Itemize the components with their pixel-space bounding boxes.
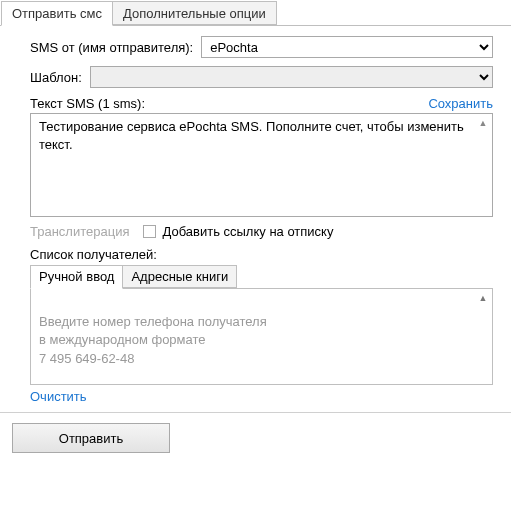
template-row: Шаблон: — [30, 66, 493, 88]
template-select[interactable] — [90, 66, 493, 88]
save-link[interactable]: Сохранить — [428, 96, 493, 111]
transliteration-link: Транслитерация — [30, 224, 129, 239]
recipients-input[interactable]: Введите номер телефона получателя в межд… — [30, 289, 493, 385]
tab-send-sms[interactable]: Отправить смс — [1, 1, 113, 26]
tab-additional-options[interactable]: Дополнительные опции — [112, 1, 277, 25]
unsubscribe-label: Добавить ссылку на отписку — [162, 224, 333, 239]
sender-label: SMS от (имя отправителя): — [30, 40, 193, 55]
sender-row: SMS от (имя отправителя): ePochta — [30, 36, 493, 58]
scroll-up-icon: ▲ — [476, 291, 490, 305]
main-tabstrip: Отправить смс Дополнительные опции — [0, 0, 511, 26]
clear-link[interactable]: Очистить — [30, 389, 87, 404]
tab-manual-input[interactable]: Ручной ввод — [30, 265, 123, 289]
sms-textarea[interactable] — [30, 113, 493, 217]
translit-row: Транслитерация Добавить ссылку на отписк… — [30, 224, 493, 239]
template-label: Шаблон: — [30, 70, 82, 85]
recipients-tabstrip: Ручной ввод Адресные книги — [30, 265, 493, 289]
send-button[interactable]: Отправить — [12, 423, 170, 453]
sms-text-label: Текст SMS (1 sms): — [30, 96, 145, 111]
unsubscribe-checkbox[interactable] — [143, 225, 156, 238]
recipients-label: Список получателей: — [30, 247, 493, 262]
tab-address-books[interactable]: Адресные книги — [122, 265, 237, 288]
sender-select[interactable]: ePochta — [201, 36, 493, 58]
send-bar: Отправить — [0, 412, 511, 467]
sms-label-row: Текст SMS (1 sms): Сохранить — [30, 96, 493, 111]
recipients-placeholder: Введите номер телефона получателя в межд… — [39, 314, 267, 365]
send-sms-panel: SMS от (имя отправителя): ePochta Шаблон… — [0, 26, 511, 412]
